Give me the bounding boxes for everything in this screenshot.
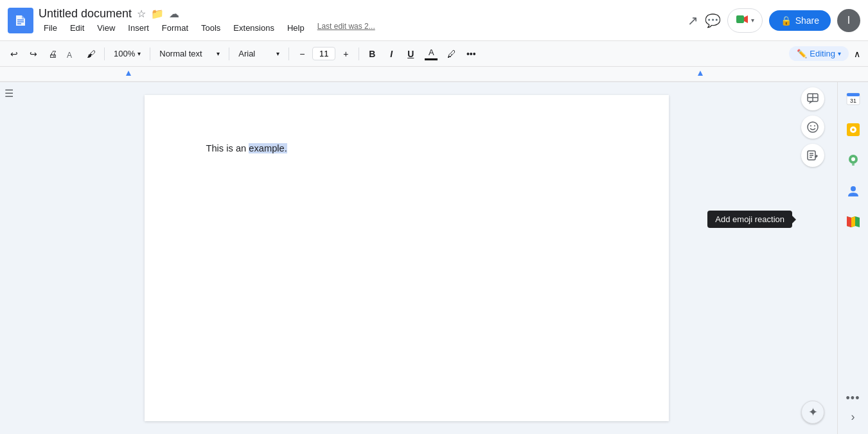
zoom-value: 100%	[114, 49, 135, 58]
toolbar-right: ✏️ Editing ▾ ∧	[789, 46, 863, 62]
separator-1	[104, 48, 105, 60]
google-calendar-icon[interactable]: 31	[842, 87, 865, 110]
zoom-selector[interactable]: 100% ▾	[109, 45, 146, 63]
share-button[interactable]: 🔒 Share	[769, 10, 831, 31]
menu-extensions[interactable]: Extensions	[228, 22, 279, 34]
svg-marker-33	[847, 216, 851, 227]
svg-text:31: 31	[849, 98, 856, 104]
underline-button[interactable]: U	[402, 45, 420, 63]
expand-sidebar-button[interactable]: ›	[851, 410, 855, 424]
zoom-chevron: ▾	[137, 50, 141, 57]
top-bar: Untitled document ☆ 📁 ☁ File Edit View I…	[0, 0, 868, 41]
menu-insert[interactable]: Insert	[123, 22, 154, 34]
ai-assist-button[interactable]: ✦	[801, 401, 824, 424]
google-maps-icon[interactable]	[842, 211, 865, 234]
ai-icon: ✦	[808, 405, 818, 419]
folder-icon[interactable]: 📁	[151, 8, 164, 20]
redo-button[interactable]: ↪	[24, 45, 42, 63]
lock-icon: 🔒	[781, 15, 792, 26]
menu-view[interactable]: View	[92, 22, 120, 34]
title-area: Untitled document ☆ 📁 ☁ File Edit View I…	[39, 7, 682, 34]
style-chevron: ▾	[217, 50, 220, 57]
spell-check-button[interactable]: A	[63, 45, 81, 63]
google-keep-icon[interactable]	[842, 149, 865, 172]
toolbar: ↩ ↪ 🖨 A 🖌 100% ▾ Normal text ▾ Arial ▾ −…	[0, 41, 868, 67]
menu-row: File Edit View Insert Format Tools Exten…	[39, 22, 682, 34]
document-page: This is an example.	[145, 95, 669, 421]
title-row: Untitled document ☆ 📁 ☁	[39, 7, 682, 21]
text-color-indicator	[425, 58, 438, 60]
outline-icon: ☰	[4, 87, 13, 100]
doc-text-highlight: example.	[249, 143, 287, 153]
paint-format-button[interactable]: 🖌	[82, 45, 100, 63]
meet-icon	[736, 13, 748, 28]
last-edit-label[interactable]: Last edit was 2...	[317, 22, 375, 34]
collapse-toolbar-button[interactable]: ∧	[851, 46, 863, 62]
svg-point-14	[808, 122, 818, 132]
document-area[interactable]: This is an example.	[18, 82, 795, 434]
google-tasks-icon[interactable]	[842, 118, 865, 141]
meet-button[interactable]: ▾	[727, 8, 763, 33]
editing-mode-button[interactable]: ✏️ Editing ▾	[789, 46, 849, 61]
menu-edit[interactable]: Edit	[65, 22, 89, 34]
text-color-button[interactable]: A	[421, 45, 441, 63]
right-comment-panel: ✦ Add emoji reaction	[795, 82, 831, 434]
font-size-decrease-button[interactable]: −	[293, 45, 311, 63]
scrollbar[interactable]	[831, 82, 837, 434]
svg-marker-8	[126, 71, 131, 76]
svg-point-16	[814, 125, 815, 126]
font-selector[interactable]: Arial ▾	[233, 45, 285, 63]
bold-button[interactable]: B	[363, 45, 381, 63]
menu-tools[interactable]: Tools	[196, 22, 226, 34]
editing-chevron: ▾	[838, 50, 841, 57]
suggest-edit-button[interactable]	[801, 144, 824, 167]
docs-logo[interactable]	[8, 8, 33, 33]
pencil-icon: ✏️	[797, 49, 807, 58]
separator-4	[288, 48, 289, 60]
main-area: ☰ This is an example.	[0, 82, 868, 434]
outline-toggle[interactable]: ☰	[0, 82, 18, 434]
document-content[interactable]: This is an example.	[206, 141, 607, 155]
far-right-sidebar: 31	[837, 82, 868, 434]
separator-5	[359, 48, 359, 60]
separator-3	[229, 48, 229, 60]
highlight-color-button[interactable]: 🖊	[443, 45, 461, 63]
cloud-icon[interactable]: ☁	[169, 8, 179, 20]
share-label: Share	[795, 15, 819, 26]
paragraph-style-selector[interactable]: Normal text ▾	[154, 45, 225, 63]
svg-point-26	[852, 128, 855, 131]
font-size-area: − +	[293, 45, 355, 63]
font-chevron: ▾	[276, 50, 279, 57]
undo-button[interactable]: ↩	[5, 45, 23, 63]
doc-text-before: This is an	[206, 143, 249, 153]
style-value: Normal text	[159, 49, 202, 58]
activity-icon[interactable]: ↗	[687, 13, 698, 28]
svg-rect-22	[847, 93, 860, 96]
menu-help[interactable]: Help	[282, 22, 310, 34]
editing-mode-label: Editing	[810, 49, 835, 58]
add-comment-button[interactable]	[801, 87, 824, 110]
comments-icon[interactable]: 💬	[705, 13, 721, 28]
font-size-increase-button[interactable]: +	[337, 45, 355, 63]
font-size-input[interactable]	[312, 47, 335, 60]
svg-point-28	[851, 157, 855, 161]
add-emoji-reaction-button[interactable]	[801, 116, 824, 139]
user-avatar[interactable]: I	[837, 9, 860, 32]
svg-text:A: A	[67, 51, 72, 59]
print-button[interactable]: 🖨	[44, 45, 62, 63]
doc-title[interactable]: Untitled document	[39, 7, 132, 21]
menu-format[interactable]: Format	[157, 22, 193, 34]
italic-button[interactable]: I	[382, 45, 400, 63]
menu-file[interactable]: File	[39, 22, 62, 34]
star-icon[interactable]: ☆	[137, 8, 146, 20]
svg-rect-29	[852, 164, 855, 166]
top-right-actions: ↗ 💬 ▾ 🔒 Share I	[687, 8, 860, 33]
svg-marker-5	[744, 15, 748, 23]
svg-rect-4	[736, 15, 744, 23]
separator-2	[150, 48, 150, 60]
more-formatting-button[interactable]: •••	[462, 45, 480, 63]
google-contacts-icon[interactable]	[842, 180, 865, 203]
more-apps-button[interactable]: •••	[846, 392, 860, 405]
meet-chevron: ▾	[751, 17, 754, 24]
svg-point-15	[810, 125, 811, 126]
